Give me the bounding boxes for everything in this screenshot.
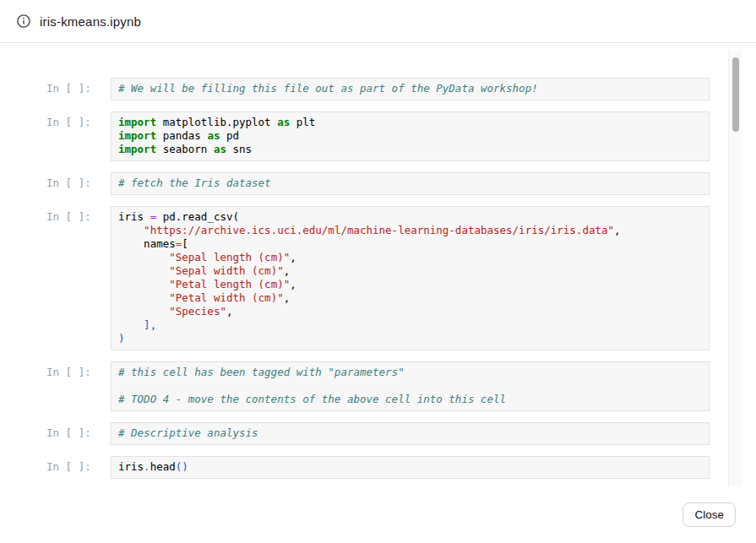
notebook-content: In [ ]:# We will be filling this file ou… — [0, 43, 756, 479]
cell-prompt: In [ ]: — [46, 111, 100, 129]
code-line: ) — [118, 332, 702, 345]
scrollbar-thumb[interactable] — [732, 57, 739, 132]
cell-prompt: In [ ]: — [46, 422, 100, 440]
cell-prompt: In [ ]: — [46, 456, 100, 474]
code-line: ], — [118, 318, 702, 332]
code-line: "Petal width (cm)", — [118, 291, 702, 305]
modal-header: iris-kmeans.ipynb — [0, 0, 756, 43]
close-button[interactable]: Close — [683, 502, 736, 527]
code-cell: # We will be filling this file out as pa… — [111, 78, 710, 100]
code-line: names=[ — [118, 237, 702, 251]
code-line: import pandas as pd — [118, 129, 702, 143]
vertical-scrollbar[interactable] — [728, 51, 742, 486]
code-line: # fetch the Iris dataset — [118, 176, 702, 190]
code-cell: # this cell has been tagged with "parame… — [111, 361, 710, 411]
cell-prompt: In [ ]: — [46, 172, 100, 190]
cell-prompt: In [ ]: — [46, 361, 100, 379]
code-line: "Sepal length (cm)", — [118, 251, 702, 264]
code-line: "Sepal width (cm)", — [118, 264, 702, 278]
code-line: # We will be filling this file out as pa… — [118, 82, 702, 95]
code-cell: # Descriptive analysis — [111, 422, 710, 445]
code-line: # Descriptive analysis — [118, 426, 702, 440]
code-line — [118, 379, 702, 393]
code-cell: # fetch the Iris dataset — [111, 172, 710, 195]
code-line: "https://archive.ics.uci.edu/ml/machine-… — [118, 224, 702, 237]
code-cell: iris = pd.read_csv( "https://archive.ics… — [111, 206, 710, 350]
notebook-cell-row: In [ ]:# We will be filling this file ou… — [46, 78, 710, 100]
file-title: iris-kmeans.ipynb — [40, 14, 141, 29]
code-line: import matplotlib.pyplot as plt — [118, 116, 702, 129]
code-cell: import matplotlib.pyplot as pltimport pa… — [111, 111, 710, 161]
code-line: import seaborn as sns — [118, 143, 702, 156]
code-line: # this cell has been tagged with "parame… — [118, 366, 702, 379]
notebook-cell-row: In [ ]:# this cell has been tagged with … — [46, 361, 710, 411]
code-line: "Petal length (cm)", — [118, 278, 702, 291]
notebook-cell-row: In [ ]:# Descriptive analysis — [46, 422, 710, 445]
code-line: iris.head() — [118, 460, 702, 474]
notebook-cell-row: In [ ]:# fetch the Iris dataset — [46, 172, 710, 195]
file-preview-modal: iris-kmeans.ipynb In [ ]:# We will be fi… — [0, 0, 756, 543]
modal-footer: Close — [0, 486, 756, 543]
info-icon — [17, 14, 30, 28]
code-line: "Species", — [118, 305, 702, 318]
code-line: # TODO 4 - move the contents of the abov… — [118, 393, 702, 406]
cell-prompt: In [ ]: — [46, 206, 100, 224]
code-line: iris = pd.read_csv( — [118, 210, 702, 224]
cell-prompt: In [ ]: — [46, 78, 100, 95]
notebook-cell-row: In [ ]:iris = pd.read_csv( "https://arch… — [46, 206, 710, 350]
notebook-preview-scroll-area: In [ ]:# We will be filling this file ou… — [0, 43, 756, 486]
notebook-cell-row: In [ ]:iris.head() — [46, 456, 710, 479]
notebook-cell-row: In [ ]:import matplotlib.pyplot as pltim… — [46, 111, 710, 161]
code-cell: iris.head() — [111, 456, 710, 479]
